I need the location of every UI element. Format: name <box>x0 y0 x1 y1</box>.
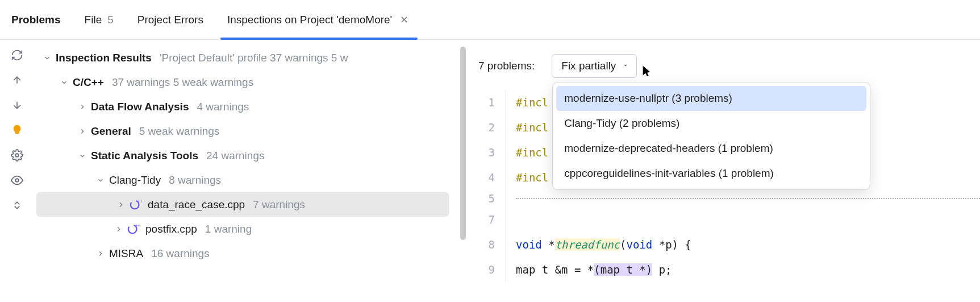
tab-problems[interactable]: Problems <box>11 0 61 39</box>
svg-point-1 <box>15 179 19 182</box>
refresh-icon[interactable] <box>10 48 24 63</box>
line-number: 8 <box>466 232 506 257</box>
eye-icon[interactable] <box>10 173 24 188</box>
left-tool-rail <box>0 40 34 302</box>
dropdown-item-label: modernize-use-nullptr (3 problems) <box>564 92 732 105</box>
fix-dropdown-menu: modernize-use-nullptr (3 problems) Clang… <box>552 82 870 190</box>
fix-partially-dropdown[interactable]: Fix partially modernize-use-nullptr (3 p… <box>552 54 637 78</box>
code-text: #incl <box>516 165 548 190</box>
code-text: void *threadfunc(void *p) { <box>516 232 691 257</box>
dropdown-item-label: cppcoreguidelines-init-variables (1 prob… <box>564 167 774 180</box>
cpp-file-icon: ++ <box>127 223 140 235</box>
chevron-down-icon[interactable] <box>95 175 106 185</box>
gear-icon[interactable] <box>10 148 24 163</box>
svg-text:+: + <box>140 199 142 204</box>
code-line: 7 <box>466 207 980 232</box>
code-text: #incl <box>516 90 548 115</box>
node-hint: 1 warning <box>205 223 252 235</box>
node-hint: 8 warnings <box>169 174 221 187</box>
node-label: Data Flow Analysis <box>91 101 189 113</box>
main-area: Inspection Results 'Project Default' pro… <box>0 40 980 302</box>
node-label: postfix.cpp <box>145 223 197 235</box>
tab-label: Inspections on Project 'demoMore' <box>227 14 392 26</box>
tab-file[interactable]: File 5 <box>85 0 114 39</box>
arrow-down-icon[interactable] <box>10 98 24 113</box>
node-hint: 16 warnings <box>151 247 209 260</box>
node-hint: 'Project Default' profile 37 warnings 5 … <box>160 52 348 64</box>
chevron-down-icon[interactable] <box>42 53 52 63</box>
tree-node-root[interactable]: Inspection Results 'Project Default' pro… <box>34 45 466 70</box>
node-label: C/C++ <box>73 76 104 89</box>
node-label: General <box>91 125 131 138</box>
svg-text:+: + <box>137 224 140 229</box>
node-label: data_race_case.cpp <box>148 198 245 211</box>
line-number: 9 <box>466 257 506 282</box>
node-label: Static Analysis Tools <box>91 150 198 162</box>
problem-detail-panel: 7 problems: Fix partially modernize-use-… <box>466 40 980 302</box>
node-hint: 7 warnings <box>253 198 305 211</box>
expand-collapse-icon[interactable] <box>10 198 24 213</box>
tree-node-sat[interactable]: Static Analysis Tools 24 warnings <box>34 143 466 168</box>
chevron-right-icon[interactable] <box>95 249 106 259</box>
code-line: 9 map t &m = *(map t *) p; <box>466 257 980 282</box>
code-line: 5 <box>466 190 980 207</box>
tree-node-general[interactable]: General 5 weak warnings <box>34 119 466 143</box>
dropdown-item[interactable]: modernize-use-nullptr (3 problems) <box>556 86 866 111</box>
node-hint: 4 warnings <box>197 101 249 113</box>
chevron-right-icon[interactable] <box>77 102 87 112</box>
tree-node-clang-tidy[interactable]: Clang-Tidy 8 warnings <box>34 168 466 192</box>
mouse-cursor-icon <box>641 65 653 77</box>
scrollbar[interactable] <box>460 47 466 240</box>
node-hint: 37 warnings 5 weak warnings <box>112 76 253 89</box>
cpp-file-icon: ++ <box>130 198 142 211</box>
chevron-down-icon <box>622 60 629 72</box>
chevron-down-icon[interactable] <box>77 151 87 161</box>
tab-label: Problems <box>11 14 61 26</box>
code-text: #incl <box>516 140 548 165</box>
line-number: 7 <box>466 207 506 232</box>
dropdown-item-label: Clang-Tidy (2 problems) <box>564 117 679 130</box>
bulb-icon[interactable] <box>10 123 24 138</box>
code-text: map t &m = *(map t *) p; <box>516 257 672 282</box>
code-line: 8 void *threadfunc(void *p) { <box>466 232 980 257</box>
tree-node-file2[interactable]: ++ postfix.cpp 1 warning <box>34 217 466 241</box>
tree-node-file1[interactable]: ++ data_race_case.cpp 7 warnings <box>36 192 449 217</box>
node-hint: 24 warnings <box>206 150 264 162</box>
chevron-down-icon[interactable] <box>59 77 69 88</box>
inspection-tree: Inspection Results 'Project Default' pro… <box>34 40 466 302</box>
node-hint: 5 weak warnings <box>139 125 220 138</box>
tab-label: Project Errors <box>137 14 203 26</box>
line-number: 3 <box>466 140 506 165</box>
dropdown-item[interactable]: modernize-deprecated-headers (1 problem) <box>556 136 866 161</box>
chevron-right-icon[interactable] <box>114 224 124 234</box>
tab-label: File <box>85 14 102 26</box>
tab-inspections[interactable]: Inspections on Project 'demoMore' ✕ <box>227 0 411 39</box>
problem-header: 7 problems: Fix partially modernize-use-… <box>466 50 980 82</box>
tree-node-misra[interactable]: MISRA 16 warnings <box>34 241 466 266</box>
chevron-right-icon[interactable] <box>116 200 126 210</box>
tree-node-cpp[interactable]: C/C++ 37 warnings 5 weak warnings <box>34 70 466 94</box>
tab-count: 5 <box>107 14 114 26</box>
svg-point-0 <box>15 154 19 157</box>
dropdown-item-label: modernize-deprecated-headers (1 problem) <box>564 142 773 155</box>
code-text: #incl <box>516 115 548 140</box>
dropdown-item[interactable]: cppcoreguidelines-init-variables (1 prob… <box>556 161 866 186</box>
chevron-right-icon[interactable] <box>77 126 87 136</box>
line-number: 1 <box>466 90 506 115</box>
node-label: Clang-Tidy <box>109 174 161 187</box>
arrow-up-icon[interactable] <box>10 73 24 88</box>
node-label: MISRA <box>109 247 143 260</box>
tab-project-errors[interactable]: Project Errors <box>137 0 203 39</box>
line-number: 2 <box>466 115 506 140</box>
problem-count-label: 7 problems: <box>478 60 535 72</box>
top-tab-bar: Problems File 5 Project Errors Inspectio… <box>0 0 980 40</box>
node-label: Inspection Results <box>56 52 152 64</box>
tree-node-dfa[interactable]: Data Flow Analysis 4 warnings <box>34 94 466 119</box>
dropdown-label: Fix partially <box>561 60 616 72</box>
folded-divider <box>516 198 980 199</box>
close-icon[interactable]: ✕ <box>398 14 411 26</box>
dropdown-item[interactable]: Clang-Tidy (2 problems) <box>556 111 866 136</box>
